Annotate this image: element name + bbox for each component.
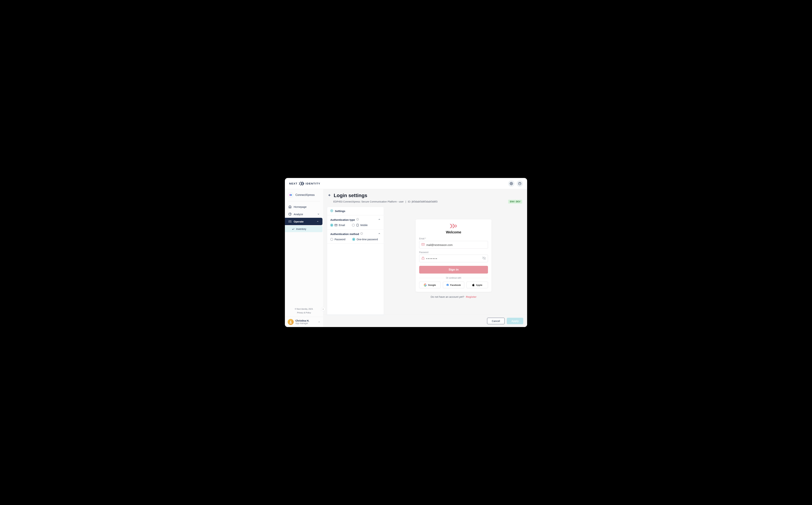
radio-indicator — [330, 224, 333, 226]
divider — [419, 278, 444, 278]
user-name: Christina H. — [296, 319, 316, 322]
info-icon[interactable] — [360, 232, 363, 235]
register-row: Do not have an account yet? Register — [431, 295, 476, 298]
radio-option-password[interactable]: Password — [330, 238, 345, 241]
password-label: Password — [419, 251, 488, 254]
facebook-icon — [446, 284, 449, 286]
chevron-left-icon — [322, 308, 324, 310]
apply-button[interactable]: Apply — [507, 318, 523, 324]
chevron-up-icon — [318, 321, 320, 323]
google-icon — [424, 284, 427, 286]
pie-icon — [288, 212, 292, 216]
login-card: Welcome Email * Password — [416, 219, 491, 292]
page-id: ID: jbf3dabf3d6f3dabf3d6f3 — [408, 200, 437, 203]
sidebar-collapse-button[interactable] — [321, 307, 325, 311]
social-label: Facebook — [450, 284, 461, 286]
preview-logo-icon — [419, 223, 488, 228]
env-badge: ENV: DEV — [508, 200, 522, 204]
sidebar-item-operate[interactable]: Operate — [285, 218, 323, 225]
password-input[interactable] — [426, 257, 481, 260]
email-input[interactable] — [426, 243, 486, 246]
toggle-password-visibility[interactable] — [482, 257, 486, 261]
chevron-up-icon — [378, 232, 380, 235]
help-icon — [518, 182, 521, 185]
home-icon — [288, 205, 292, 208]
arrow-return-icon — [292, 228, 295, 230]
svg-point-16 — [331, 210, 332, 211]
gear-icon — [330, 209, 333, 213]
settings-header-label: Settings — [335, 209, 345, 212]
sidebar-item-homepage[interactable]: Homepage — [285, 203, 323, 210]
social-facebook-button[interactable]: Facebook — [443, 282, 464, 288]
social-label: Google — [428, 284, 436, 286]
email-label: Email * — [419, 237, 488, 240]
app-window: NEXT IDENTITY — [285, 178, 527, 327]
radio-label: Email — [339, 224, 345, 226]
brand-text-2: IDENTITY — [306, 182, 320, 185]
register-prompt: Do not have an account yet? — [431, 295, 464, 298]
svg-point-4 — [290, 194, 292, 196]
section-toggle[interactable]: Authentication method — [330, 232, 380, 235]
info-icon[interactable] — [356, 218, 359, 221]
login-preview: Welcome Email * Password — [384, 207, 523, 315]
back-button[interactable] — [328, 194, 331, 197]
radio-label: Mobile — [360, 224, 368, 226]
sidebar-item-label: Analyze — [294, 213, 303, 216]
mail-icon — [422, 243, 425, 247]
user-role: App manager — [296, 322, 316, 325]
divider — [463, 278, 488, 278]
project-name: ConnectXpress — [296, 193, 315, 197]
radio-option-email[interactable]: Email — [330, 224, 345, 226]
settings-gear-button[interactable] — [508, 180, 514, 187]
sidebar-item-analyze[interactable]: Analyze — [285, 210, 323, 218]
email-field-wrap — [419, 241, 488, 248]
section-title: Authentication type — [330, 218, 355, 221]
sidebar-item-label: Operate — [294, 220, 304, 223]
radio-option-mobile[interactable]: Mobile — [352, 224, 368, 226]
register-link[interactable]: Register — [466, 295, 477, 298]
social-google-button[interactable]: Google — [419, 282, 441, 288]
chevron-down-icon — [317, 213, 320, 215]
user-menu[interactable]: Christina H. App manager — [285, 317, 323, 327]
sidebar-footer: © Next Identity, 2023. Privacy & Policy — [285, 305, 323, 317]
eye-off-icon — [482, 257, 486, 260]
page-footer: Cancel Apply — [323, 315, 527, 327]
phone-icon — [356, 224, 359, 226]
section-title: Authentication method — [330, 232, 359, 235]
signin-button[interactable]: Sign in — [419, 266, 488, 274]
svg-point-0 — [511, 183, 512, 184]
sidebar-subitem-inventory[interactable]: Inventory — [285, 226, 323, 232]
radio-label: Password — [335, 238, 345, 241]
radio-option-otp[interactable]: One-time password — [352, 238, 378, 241]
password-field-wrap — [419, 255, 488, 262]
svg-rect-27 — [422, 258, 424, 259]
lock-icon — [422, 257, 425, 261]
project-header[interactable]: ConnectXpress — [285, 189, 323, 200]
section-toggle[interactable]: Authentication type — [330, 218, 380, 221]
setting-section-auth-method: Authentication method Password — [327, 229, 384, 244]
arrow-left-icon — [328, 194, 331, 197]
svg-point-14 — [290, 321, 292, 322]
avatar — [288, 319, 294, 325]
sidebar-item-label: Homepage — [294, 205, 307, 208]
page-header: Login settings EDP453 ConnectXpress: Sec… — [323, 189, 527, 206]
apple-icon — [472, 284, 475, 286]
page-subtitle: EDP453 ConnectXpress: Secure Communicati… — [333, 200, 404, 203]
radio-indicator — [352, 238, 355, 241]
cancel-button[interactable]: Cancel — [487, 318, 505, 324]
chevron-up-icon — [317, 220, 319, 223]
sidebar-subitem-label: Inventory — [296, 227, 306, 230]
gear-icon — [510, 182, 513, 185]
privacy-link[interactable]: Privacy & Policy — [288, 311, 320, 315]
top-bar: NEXT IDENTITY — [285, 178, 527, 189]
continue-with-label: Or continue with — [446, 277, 461, 279]
help-button[interactable] — [516, 180, 523, 187]
social-apple-button[interactable]: Apple — [466, 282, 488, 288]
settings-panel: Settings Authentication type — [327, 207, 384, 315]
main-content: Login settings EDP453 ConnectXpress: Sec… — [323, 189, 527, 327]
social-label: Apple — [476, 284, 482, 286]
brand-text-1: NEXT — [289, 182, 298, 185]
sidebar-nav: Homepage Analyze Operate Inventory — [285, 203, 323, 305]
brand: NEXT IDENTITY — [289, 182, 320, 185]
sidebar: ConnectXpress Homepage Analyze Operate — [285, 189, 323, 327]
